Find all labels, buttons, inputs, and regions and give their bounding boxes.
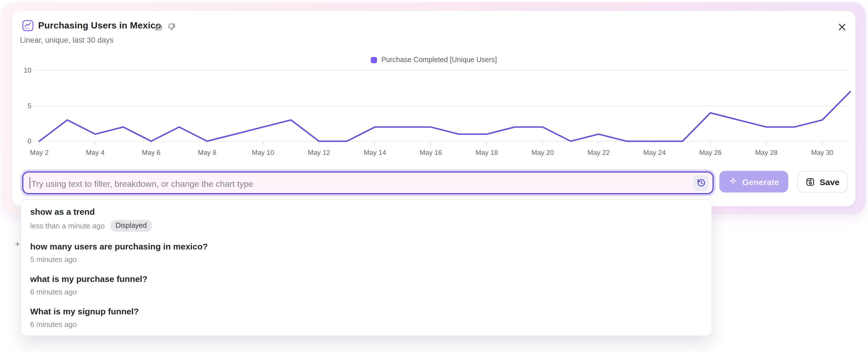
svg-text:May 16: May 16 — [420, 149, 442, 156]
svg-text:5: 5 — [28, 102, 31, 110]
svg-text:May 8: May 8 — [198, 149, 216, 156]
svg-text:0: 0 — [28, 137, 31, 145]
page-title: Purchasing Users in Mexico — [38, 21, 161, 31]
svg-text:May 26: May 26 — [699, 149, 722, 156]
close-icon[interactable] — [838, 23, 846, 31]
svg-text:May 24: May 24 — [643, 149, 666, 156]
svg-text:May 22: May 22 — [588, 149, 610, 156]
history-button[interactable] — [693, 175, 709, 191]
ai-prompt-inputbox[interactable] — [22, 171, 714, 194]
svg-text:May 14: May 14 — [364, 149, 386, 156]
history-item-time: less than a minute ago — [30, 221, 105, 231]
save-icon — [805, 177, 815, 187]
thumbs-down-icon[interactable] — [167, 22, 176, 31]
history-item[interactable]: What is my signup funnel?6 minutes ago — [21, 301, 711, 334]
svg-text:May 4: May 4 — [86, 149, 104, 156]
history-item-query: What is my signup funnel? — [30, 306, 702, 317]
generate-label: Generate — [742, 177, 779, 187]
history-item-meta: 6 minutes ago — [30, 287, 702, 297]
history-item-query: show as a trend — [30, 206, 702, 218]
history-item[interactable]: what is my purchase funnel?6 minutes ago — [21, 269, 711, 301]
history-item-query: how many users are purchasing in mexico? — [30, 241, 702, 252]
history-item-query: what is my purchase funnel? — [30, 274, 702, 285]
history-item-meta: less than a minute agoDisplayed — [30, 220, 702, 232]
chart-subtitle: Linear, unique, last 30 days — [20, 36, 114, 44]
history-item-meta: 5 minutes ago — [30, 255, 702, 264]
thumbs-up-icon[interactable] — [154, 22, 163, 31]
svg-text:10: 10 — [24, 66, 31, 74]
ai-prompt-input[interactable] — [30, 172, 676, 194]
svg-text:May 18: May 18 — [475, 149, 498, 156]
history-item-time: 6 minutes ago — [30, 287, 76, 297]
chart-card: Purchasing Users in Mexico Linear, uniqu… — [12, 11, 856, 206]
history-item-badge: Displayed — [111, 220, 152, 232]
svg-text:May 10: May 10 — [252, 149, 274, 156]
history-dropdown: show as a trendless than a minute agoDis… — [21, 199, 712, 336]
history-item[interactable]: show as a trendless than a minute agoDis… — [21, 202, 711, 236]
svg-text:May 12: May 12 — [308, 149, 330, 156]
clock-rewind-icon — [696, 178, 706, 188]
history-item[interactable]: how many users are purchasing in mexico?… — [21, 236, 711, 269]
sparkle-icon — [728, 177, 738, 186]
chart-legend: Purchase Completed [Unique Users] — [12, 56, 856, 64]
history-item-time: 5 minutes ago — [30, 255, 76, 264]
ai-chart-panel: Purchasing Users in Mexico Linear, uniqu… — [0, 0, 868, 352]
save-label: Save — [819, 177, 839, 187]
trend-line-chart[interactable]: 0510May 2May 4May 6May 8May 10May 12May … — [12, 65, 856, 165]
svg-text:May 20: May 20 — [531, 149, 554, 156]
add-button-partial[interactable]: + — [15, 239, 20, 250]
save-button[interactable]: Save — [797, 171, 847, 193]
history-item-time: 6 minutes ago — [30, 320, 76, 329]
svg-text:May 6: May 6 — [142, 149, 160, 156]
svg-text:May 28: May 28 — [755, 149, 778, 156]
legend-label: Purchase Completed [Unique Users] — [381, 56, 497, 64]
svg-text:May 2: May 2 — [30, 149, 49, 156]
generate-button[interactable]: Generate — [719, 171, 788, 193]
svg-text:May 30: May 30 — [811, 149, 834, 156]
line-chart-icon — [22, 20, 34, 31]
legend-swatch — [371, 57, 377, 63]
history-item-meta: 6 minutes ago — [30, 320, 702, 329]
